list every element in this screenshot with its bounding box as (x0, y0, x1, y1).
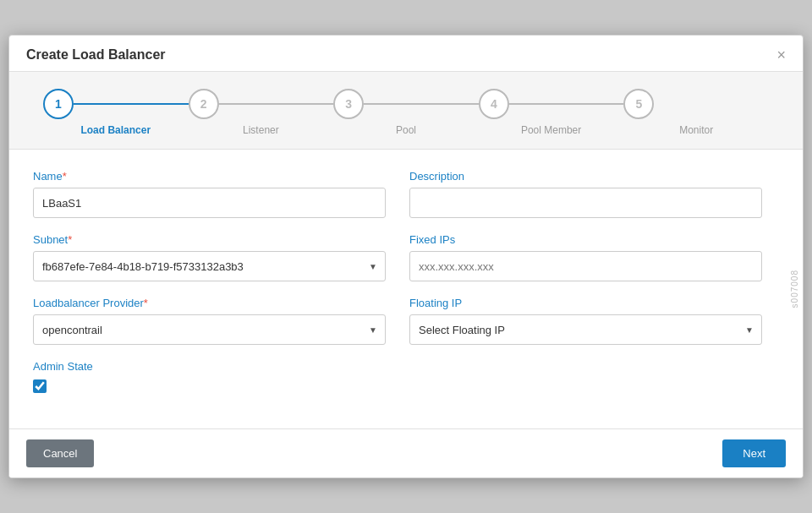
description-field-col: Description (409, 170, 762, 218)
step-3: 3 Pool (333, 89, 479, 136)
name-required-star: * (63, 170, 67, 183)
step-5: 5 Monitor (623, 89, 769, 136)
fixed-ips-label: Fixed IPs (409, 233, 762, 246)
lb-provider-required-star: * (144, 297, 148, 309)
create-load-balancer-modal: Create Load Balancer × 1 Load Balancer 2… (8, 35, 804, 478)
floating-ip-label: Floating IP (409, 297, 762, 309)
lb-provider-select-wrap: opencontrail ▼ (33, 314, 386, 345)
next-button[interactable]: Next (722, 439, 786, 467)
step-2: 2 Listener (189, 89, 334, 136)
floating-ip-select-wrap: Select Floating IP ▼ (409, 314, 762, 345)
stepper: 1 Load Balancer 2 Listener 3 Pool (9, 72, 803, 150)
step-3-line (364, 103, 479, 105)
form-row-2: Subnet* fb687efe-7e84-4b18-b719-f5733132… (33, 233, 762, 281)
step-2-label: Listener (243, 124, 279, 136)
step-4-label: Pool Member (521, 124, 581, 136)
subnet-select-wrap: fb687efe-7e84-4b18-b719-f5733132a3b3 ▼ (33, 251, 386, 281)
lb-provider-label: Loadbalancer Provider* (33, 297, 386, 309)
floating-ip-field-col: Floating IP Select Floating IP ▼ (409, 297, 762, 345)
step-3-label: Pool (396, 124, 416, 136)
modal-body: Name* Description Subnet (9, 150, 786, 428)
step-1-line (74, 103, 189, 105)
fixed-ips-field-col: Fixed IPs (409, 233, 762, 281)
fixed-ips-input[interactable] (409, 251, 762, 281)
cancel-button[interactable]: Cancel (26, 439, 94, 467)
step-4-circle: 4 (479, 89, 509, 119)
modal-footer: Cancel Next (9, 428, 803, 478)
subnet-label: Subnet* (33, 233, 386, 246)
floating-ip-select[interactable]: Select Floating IP (409, 314, 762, 345)
step-2-circle: 2 (189, 89, 219, 119)
step-5-label: Monitor (679, 124, 713, 136)
step-3-circle: 3 (333, 89, 364, 119)
modal-title: Create Load Balancer (26, 47, 166, 63)
form-row-1: Name* Description (33, 170, 762, 218)
close-button[interactable]: × (776, 47, 786, 63)
modal-header: Create Load Balancer × (9, 35, 803, 72)
subnet-select[interactable]: fb687efe-7e84-4b18-b719-f5733132a3b3 (33, 251, 386, 281)
empty-col (409, 360, 762, 393)
step-1: 1 Load Balancer (43, 89, 189, 136)
form-row-admin-state: Admin State (33, 360, 762, 393)
step-5-circle: 5 (623, 89, 654, 119)
step-4: 4 Pool Member (479, 89, 624, 136)
name-label: Name* (33, 170, 386, 183)
name-input[interactable] (33, 188, 386, 218)
admin-state-checkbox[interactable] (33, 379, 47, 393)
subnet-required-star: * (68, 233, 72, 246)
description-input[interactable] (409, 188, 762, 218)
name-field-col: Name* (33, 170, 386, 218)
subnet-field-col: Subnet* fb687efe-7e84-4b18-b719-f5733132… (33, 233, 386, 281)
form-row-3: Loadbalancer Provider* opencontrail ▼ Fl… (33, 297, 762, 345)
side-label: s007008 (786, 150, 803, 428)
step-2-line (219, 103, 334, 105)
lb-provider-field-col: Loadbalancer Provider* opencontrail ▼ (33, 297, 386, 345)
side-tag-text: s007008 (790, 270, 799, 308)
modal-body-wrap: Name* Description Subnet (9, 150, 803, 428)
step-4-line (509, 103, 624, 105)
step-1-circle: 1 (43, 89, 74, 119)
admin-state-col: Admin State (33, 360, 386, 393)
step-1-label: Load Balancer (80, 124, 151, 136)
description-label: Description (409, 170, 762, 183)
admin-state-label: Admin State (33, 360, 386, 373)
admin-state-checkbox-wrap (33, 379, 386, 393)
lb-provider-select[interactable]: opencontrail (33, 314, 386, 345)
